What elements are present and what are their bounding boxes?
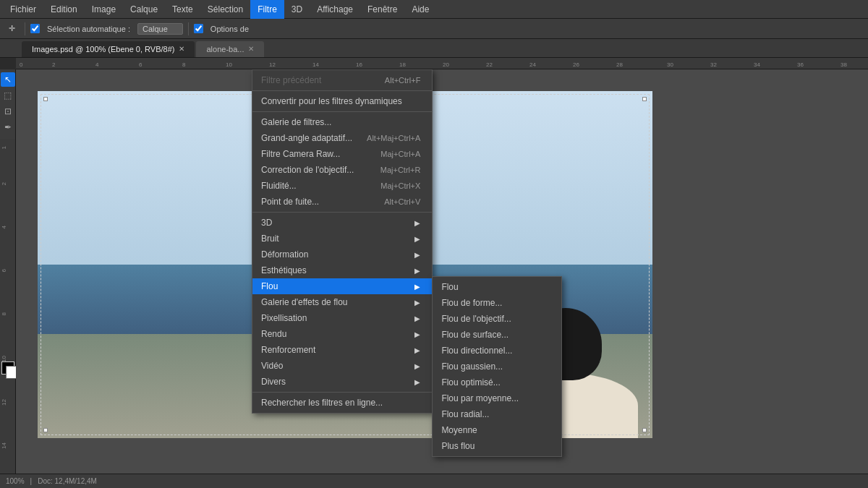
filtre-menu-item-grandangle[interactable]: Grand-angle adaptatif... Alt+Maj+Ctrl+A <box>252 130 432 146</box>
filtre-menu-sep-2 <box>252 111 432 112</box>
filtre-menu-item-pointdevue[interactable]: Point de fuite... Alt+Ctrl+V <box>252 194 432 210</box>
filtre-menu-item-correction[interactable]: Correction de l'objectif... Maj+Ctrl+R <box>252 162 432 178</box>
filtre-menu-item-precedent-shortcut: Alt+Ctrl+F <box>385 76 421 85</box>
foreground-color[interactable] <box>1 361 14 374</box>
filtre-menu-item-pointdevue-shortcut: Alt+Ctrl+V <box>384 197 420 206</box>
filtre-menu-item-convert-label: Convertir pour les filtres dynamiques <box>261 96 402 106</box>
selection-auto-label: Sélection automatique : <box>43 23 135 35</box>
flou-submenu-item-directionnel[interactable]: Flou directionnel... <box>433 343 561 359</box>
menu-calque[interactable]: Calque <box>123 0 165 19</box>
flou-submenu-item-objectif-label: Flou de l'objectif... <box>441 314 511 324</box>
tool-lasso[interactable]: ⬚ <box>1 88 15 103</box>
filtre-menu-item-fluidite-label: Fluidité... <box>261 181 297 191</box>
selection-handle-br <box>642 428 647 432</box>
canvas-area[interactable]: Filtre précédent Alt+Ctrl+F Convertir po… <box>16 69 868 488</box>
filtre-menu-item-correction-shortcut: Maj+Ctrl+R <box>380 166 421 174</box>
filtre-menu-item-bruit-label: Bruit <box>261 234 279 244</box>
filtre-menu-item-precedent[interactable]: Filtre précédent Alt+Ctrl+F <box>252 72 432 88</box>
filtre-menu-item-video-label: Vidéo <box>261 361 283 371</box>
filtre-menu-item-rendu-label: Rendu <box>261 329 286 339</box>
menu-3d[interactable]: 3D <box>284 0 310 19</box>
filtre-menu-item-bruit[interactable]: Bruit ▶ <box>252 231 432 247</box>
calque-dropdown[interactable]: Calque <box>137 23 183 35</box>
filtre-menu-item-video-arrow: ▶ <box>414 362 420 370</box>
tool-select[interactable]: ↖ <box>1 72 15 87</box>
tab-images-close[interactable]: ✕ <box>179 41 184 57</box>
filtre-menu-item-rechercher[interactable]: Rechercher les filtres en ligne... <box>252 395 432 411</box>
tab-alone[interactable]: alone-ba... ✕ <box>196 41 264 57</box>
flou-submenu-item-optimise-label: Flou optimisé... <box>441 377 500 388</box>
flou-submenu-item-gaussien[interactable]: Flou gaussien... <box>433 359 561 374</box>
flou-submenu-item-radial[interactable]: Flou radial... <box>433 406 561 422</box>
flou-submenu-item-objectif[interactable]: Flou de l'objectif... <box>433 311 561 327</box>
menu-image[interactable]: Image <box>85 0 123 19</box>
filtre-menu-item-fluidite-shortcut: Maj+Ctrl+X <box>380 181 420 190</box>
options-label: Options de <box>206 23 253 35</box>
menu-filtre[interactable]: Filtre <box>250 0 284 19</box>
filtre-menu-item-deformation[interactable]: Déformation ▶ <box>252 247 432 262</box>
toolbar-separator-2 <box>188 22 189 35</box>
menu-affichage[interactable]: Affichage <box>310 0 360 19</box>
filtre-menu-item-camera[interactable]: Filtre Camera Raw... Maj+Ctrl+A <box>252 146 432 162</box>
flou-submenu-item-optimise[interactable]: Flou optimisé... <box>433 374 561 390</box>
flou-submenu-item-plusflou[interactable]: Plus flou <box>433 438 561 454</box>
filtre-menu-item-3d-label: 3D <box>261 218 272 228</box>
filtre-menu-sep-4 <box>252 392 432 393</box>
filtre-menu-item-galerie-effets[interactable]: Galerie d'effets de flou ▶ <box>252 294 432 310</box>
filtre-menu-item-galerie[interactable]: Galerie de filtres... <box>252 114 432 130</box>
menu-fichier[interactable]: Fichier <box>3 0 43 19</box>
status-text: 100% <box>6 477 25 485</box>
flou-submenu-item-flou[interactable]: Flou <box>433 279 561 295</box>
filtre-menu-item-convert[interactable]: Convertir pour les filtres dynamiques <box>252 93 432 109</box>
selection-auto-checkbox[interactable] <box>30 24 40 33</box>
selection-handle-bl <box>43 428 48 432</box>
filtre-menu-item-divers[interactable]: Divers ▶ <box>252 374 432 390</box>
selection-handle-tl <box>43 97 48 101</box>
flou-submenu-item-forme-label: Flou de forme... <box>441 298 502 308</box>
filtre-menu-sep-3 <box>252 212 432 213</box>
menu-fenetre[interactable]: Fenêtre <box>360 0 404 19</box>
filtre-menu-item-flou-label: Flou <box>261 281 278 291</box>
filtre-menu-item-pixellisation[interactable]: Pixellisation ▶ <box>252 310 432 326</box>
toolbar-separator <box>25 22 25 35</box>
flou-submenu-item-parmoyenne[interactable]: Flou par moyenne... <box>433 390 561 406</box>
tab-alone-label: alone-ba... <box>206 41 244 57</box>
menu-edition[interactable]: Edition <box>43 0 85 19</box>
filtre-menu-item-galerie-effets-label: Galerie d'effets de flou <box>261 297 347 307</box>
flou-submenu-item-plusflou-label: Plus flou <box>441 441 475 451</box>
filtre-menu-item-esthetiques[interactable]: Esthétiques ▶ <box>252 262 432 278</box>
filtre-menu-item-correction-label: Correction de l'objectif... <box>261 165 354 175</box>
filtre-menu-item-3d[interactable]: 3D ▶ <box>252 215 432 231</box>
tab-images[interactable]: Images.psd @ 100% (Ebene 0, RVB/8#) ✕ <box>22 41 195 57</box>
tool-move[interactable]: ✛ <box>4 22 20 35</box>
filtre-menu-item-grandangle-shortcut: Alt+Maj+Ctrl+A <box>367 134 420 142</box>
filtre-menu-item-galerie-effets-arrow: ▶ <box>414 299 420 307</box>
filtre-menu-item-deformation-arrow: ▶ <box>414 251 420 259</box>
menu-selection[interactable]: Sélection <box>200 0 250 19</box>
main-area: 1 2 4 6 8 10 12 14 ↖ ⬚ ⊡ ✒ ⊕ ✏ ⊗ ⟳ ◻ ▦ ○… <box>0 69 868 488</box>
filtre-menu-sep-1 <box>252 90 432 91</box>
filtre-menu: Filtre précédent Alt+Ctrl+F Convertir po… <box>252 69 433 414</box>
filtre-menu-item-video[interactable]: Vidéo ▶ <box>252 358 432 374</box>
tool-crop[interactable]: ⊡ <box>1 104 15 119</box>
filtre-menu-item-camera-label: Filtre Camera Raw... <box>261 149 340 159</box>
ruler-vertical: 1 2 4 6 8 10 12 14 <box>0 139 16 488</box>
filtre-menu-item-flou[interactable]: Flou ▶ Flou Flou de forme... Flou de l'o… <box>252 278 432 294</box>
menu-texte[interactable]: Texte <box>165 0 200 19</box>
ruler-horizontal: 0 2 4 6 8 10 12 14 16 18 20 22 24 26 28 … <box>16 58 868 69</box>
options-checkbox[interactable] <box>194 24 203 33</box>
tab-alone-close[interactable]: ✕ <box>248 41 254 57</box>
flou-submenu-item-forme[interactable]: Flou de forme... <box>433 295 561 311</box>
filtre-menu-item-precedent-label: Filtre précédent <box>261 75 321 85</box>
flou-submenu-item-surface[interactable]: Flou de surface... <box>433 327 561 343</box>
filtre-menu-item-renforcement[interactable]: Renforcement ▶ <box>252 342 432 358</box>
tool-eyedropper[interactable]: ✒ <box>1 120 15 134</box>
filtre-menu-item-fluidite[interactable]: Fluidité... Maj+Ctrl+X <box>252 178 432 194</box>
flou-submenu-item-radial-label: Flou radial... <box>441 409 489 419</box>
filtre-menu-item-galerie-label: Galerie de filtres... <box>261 117 331 127</box>
menu-bar: Fichier Edition Image Calque Texte Sélec… <box>0 0 868 19</box>
menu-aide[interactable]: Aide <box>404 0 436 19</box>
filtre-menu-item-esthetiques-arrow: ▶ <box>414 267 420 275</box>
flou-submenu-item-moyenne[interactable]: Moyenne <box>433 422 561 438</box>
filtre-menu-item-rendu[interactable]: Rendu ▶ <box>252 326 432 342</box>
